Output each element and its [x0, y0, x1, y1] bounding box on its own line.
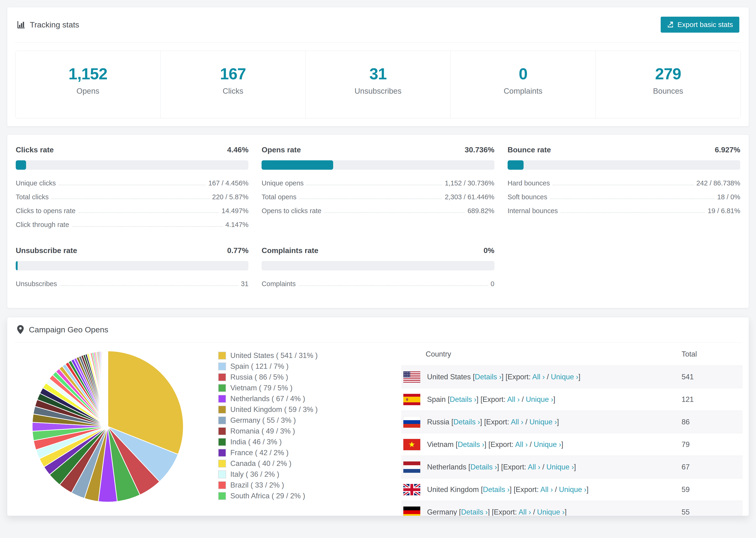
rate-detail-value: 689.82%	[467, 207, 495, 215]
export-all-link[interactable]: All ›	[507, 395, 519, 404]
country-total: 67	[681, 463, 743, 471]
legend-item: South Africa ( 29 / 2% )	[218, 492, 345, 500]
legend-swatch	[218, 470, 226, 478]
geo-table-row: United States [Details ›] [Export: All ›…	[401, 365, 743, 388]
bounce-rate-progressbar	[508, 160, 740, 170]
country-cell: United States [Details ›] [Export: All ›…	[427, 373, 580, 381]
legend-swatch	[218, 438, 226, 446]
country-name: Russia	[427, 418, 449, 426]
stat-box-unsubscribes: 31 Unsubscribes	[306, 51, 451, 118]
unsubscribes-count: 31	[306, 65, 451, 83]
country-name: Spain	[427, 395, 446, 404]
export-all-link[interactable]: All ›	[518, 508, 531, 516]
details-link[interactable]: Details ›	[475, 373, 502, 381]
gb-flag-icon	[403, 484, 420, 496]
legend-label: France ( 42 / 2% )	[230, 449, 289, 457]
bracket: ]	[553, 395, 556, 404]
bounces-label: Bounces	[596, 86, 740, 95]
bracket: [	[457, 508, 461, 516]
complaints-count: 0	[451, 65, 595, 83]
bounce-rate-value: 6.927%	[715, 145, 740, 154]
legend-label: Italy ( 36 / 2% )	[230, 470, 279, 479]
legend-label: India ( 46 / 3% )	[230, 438, 282, 446]
legend-label: Germany ( 55 / 3% )	[230, 416, 296, 425]
export-unique-link[interactable]: Unique ›	[526, 395, 553, 404]
dotted-leader	[59, 185, 206, 185]
dotted-leader	[550, 198, 715, 199]
unsubscribe-rate-rows: Unsubscribes31	[16, 277, 248, 291]
country-total: 541	[681, 373, 743, 381]
rate-detail-value: 0	[491, 280, 495, 288]
dotted-leader	[324, 212, 465, 213]
export-unique-link[interactable]: Unique ›	[546, 463, 574, 471]
rate-detail-label: Unique opens	[261, 179, 303, 187]
export-all-link[interactable]: All ›	[511, 418, 523, 426]
rate-detail-label: Click through rate	[16, 221, 69, 229]
opens-rate-value: 30.736%	[465, 145, 494, 154]
pie-legend: United States ( 541 / 31% )Spain ( 121 /…	[218, 351, 345, 516]
legend-swatch	[218, 481, 226, 489]
legend-swatch	[218, 373, 226, 381]
legend-swatch	[218, 405, 226, 413]
legend-swatch	[218, 395, 226, 403]
export-unique-link[interactable]: Unique ›	[551, 373, 578, 381]
details-link[interactable]: Details ›	[470, 463, 497, 471]
legend-swatch	[218, 351, 226, 360]
bracket: [	[479, 485, 483, 494]
unsubscribe-rate-block: Unsubscribe rate 0.77% Unsubscribes31	[16, 246, 248, 291]
opens-count: 1,152	[16, 65, 160, 83]
stat-box-opens: 1,152 Opens	[16, 51, 161, 118]
rate-detail-label: Internal bounces	[508, 207, 558, 215]
dotted-leader	[51, 198, 209, 199]
geo-table-row: Netherlands [Details ›] [Export: All › /…	[401, 456, 743, 478]
export-button-label: Export basic stats	[677, 21, 733, 28]
details-link[interactable]: Details ›	[461, 508, 488, 516]
bracket: /	[520, 395, 526, 404]
rate-detail-row: Clicks to opens rate14.497%	[16, 204, 248, 218]
export-unique-link[interactable]: Unique ›	[537, 508, 565, 516]
export-all-link[interactable]: All ›	[528, 463, 540, 471]
export-unique-link[interactable]: Unique ›	[559, 485, 586, 494]
country-name: United States	[427, 373, 471, 381]
bracket: ]	[586, 485, 589, 494]
dotted-leader	[60, 286, 238, 286]
country-name: Netherlands	[427, 463, 466, 471]
complaints-rate-block: Complaints rate 0% Complaints0	[261, 246, 494, 291]
rate-detail-row: Opens to clicks rate689.82%	[261, 204, 494, 218]
details-link[interactable]: Details ›	[450, 395, 477, 404]
campaign-geo-opens-card: Campaign Geo Opens United States ( 541 /…	[7, 317, 749, 516]
export-unique-link[interactable]: Unique ›	[529, 418, 557, 426]
bar-chart-icon	[17, 21, 25, 29]
country-cell: United Kingdom [Details ›] [Export: All …	[427, 485, 589, 494]
rate-detail-row: Click through rate4.147%	[16, 218, 248, 232]
details-link[interactable]: Details ›	[483, 485, 510, 494]
rate-detail-label: Soft bounces	[508, 193, 547, 201]
geo-opens-header: Campaign Geo Opens	[14, 317, 742, 343]
export-basic-stats-button[interactable]: Export basic stats	[661, 17, 739, 32]
rate-detail-value: 167 / 4.456%	[208, 179, 248, 187]
country-total: 55	[681, 508, 743, 516]
details-link[interactable]: Details ›	[458, 440, 484, 449]
country-name: United Kingdom	[427, 485, 479, 494]
nl-flag-icon	[403, 461, 420, 473]
geo-table-row: United Kingdom [Details ›] [Export: All …	[401, 478, 743, 501]
rate-detail-label: Clicks to opens rate	[16, 207, 76, 215]
legend-label: Spain ( 121 / 7% )	[230, 362, 289, 371]
export-all-link[interactable]: All ›	[515, 440, 527, 449]
export-all-link[interactable]: All ›	[532, 373, 545, 381]
clicks-rate-progressbar	[16, 160, 248, 170]
details-link[interactable]: Details ›	[453, 418, 480, 426]
es-flag-icon	[403, 394, 420, 405]
bounces-count: 279	[596, 65, 740, 83]
total-column-header: Total	[681, 350, 743, 358]
rate-detail-row: Total clicks220 / 5.87%	[16, 190, 248, 204]
export-unique-link[interactable]: Unique ›	[534, 440, 561, 449]
rate-detail-row: Unsubscribes31	[16, 277, 248, 291]
bracket: ]	[578, 373, 580, 381]
dotted-leader	[298, 286, 488, 286]
bounce-rate-block: Bounce rate 6.927% Hard bounces242 / 86.…	[508, 145, 740, 232]
complaints-rate-progressbar	[261, 261, 494, 270]
export-all-link[interactable]: All ›	[540, 485, 553, 494]
rate-detail-value: 242 / 86.738%	[696, 179, 740, 187]
country-name: Germany	[427, 508, 457, 516]
